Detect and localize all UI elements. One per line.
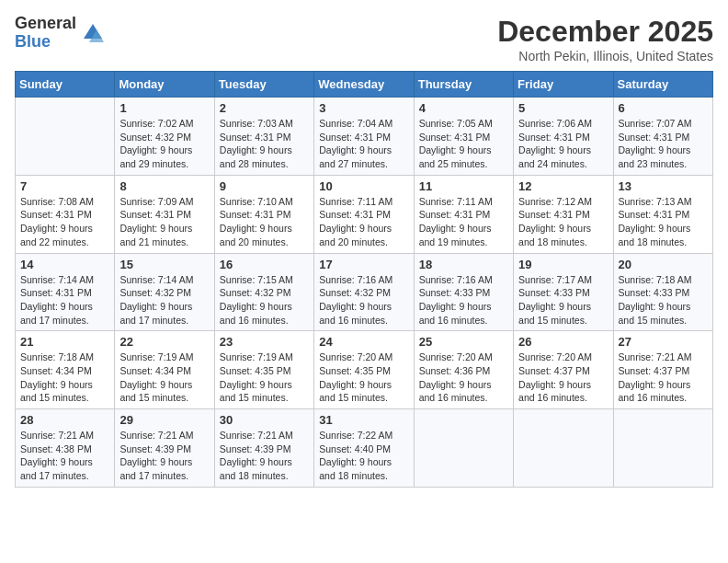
calendar-cell: 12Sunrise: 7:12 AMSunset: 4:31 PMDayligh… [514,175,613,253]
day-number: 30 [220,413,309,427]
day-number: 1 [119,101,209,115]
calendar-cell: 25Sunrise: 7:20 AMSunset: 4:36 PMDayligh… [414,331,513,409]
calendar-cell: 13Sunrise: 7:13 AMSunset: 4:31 PMDayligh… [613,175,712,253]
calendar-cell: 16Sunrise: 7:15 AMSunset: 4:32 PMDayligh… [214,253,313,331]
day-info: Sunrise: 7:12 AMSunset: 4:31 PMDaylight:… [518,195,608,249]
calendar-cell: 2Sunrise: 7:03 AMSunset: 4:31 PMDaylight… [214,98,313,176]
day-info: Sunrise: 7:02 AMSunset: 4:32 PMDaylight:… [119,117,209,171]
weekday-header: Tuesday [214,72,313,98]
logo-icon [80,20,106,46]
weekday-header: Monday [115,72,214,98]
day-info: Sunrise: 7:20 AMSunset: 4:36 PMDaylight:… [419,350,508,405]
day-number: 12 [518,179,608,193]
day-number: 10 [319,179,408,193]
calendar-cell: 22Sunrise: 7:19 AMSunset: 4:34 PMDayligh… [115,331,214,409]
calendar-cell [613,409,712,488]
day-number: 19 [518,258,608,271]
day-info: Sunrise: 7:06 AMSunset: 4:31 PMDaylight:… [518,117,608,171]
calendar-cell: 8Sunrise: 7:09 AMSunset: 4:31 PMDaylight… [115,175,214,253]
calendar-cell: 24Sunrise: 7:20 AMSunset: 4:35 PMDayligh… [314,331,414,409]
calendar-cell: 30Sunrise: 7:21 AMSunset: 4:39 PMDayligh… [214,409,313,488]
day-number: 26 [518,335,608,349]
calendar-table: SundayMondayTuesdayWednesdayThursdayFrid… [15,71,713,488]
calendar-cell [414,409,513,488]
day-info: Sunrise: 7:16 AMSunset: 4:32 PMDaylight:… [319,273,408,327]
day-number: 27 [619,335,708,349]
month-title: December 2025 [497,15,713,49]
location-title: North Pekin, Illinois, United States [497,49,713,63]
day-info: Sunrise: 7:05 AMSunset: 4:31 PMDaylight:… [419,117,508,171]
day-number: 28 [20,413,109,427]
calendar-cell: 11Sunrise: 7:11 AMSunset: 4:31 PMDayligh… [414,175,513,253]
day-number: 29 [119,413,209,427]
calendar-cell: 31Sunrise: 7:22 AMSunset: 4:40 PMDayligh… [314,409,414,488]
day-info: Sunrise: 7:14 AMSunset: 4:32 PMDaylight:… [119,273,209,327]
day-number: 8 [119,179,209,193]
calendar-cell: 5Sunrise: 7:06 AMSunset: 4:31 PMDaylight… [514,98,613,176]
day-number: 21 [20,335,109,349]
day-info: Sunrise: 7:18 AMSunset: 4:33 PMDaylight:… [619,273,708,327]
title-area: December 2025 North Pekin, Illinois, Uni… [497,15,713,63]
day-number: 11 [419,179,508,193]
calendar-week-row: 28Sunrise: 7:21 AMSunset: 4:38 PMDayligh… [16,409,713,488]
day-number: 3 [319,101,408,115]
logo-blue: Blue [15,33,76,52]
calendar-cell: 20Sunrise: 7:18 AMSunset: 4:33 PMDayligh… [613,253,712,331]
calendar-week-row: 7Sunrise: 7:08 AMSunset: 4:31 PMDaylight… [16,175,713,253]
day-number: 2 [220,101,309,115]
calendar-week-row: 21Sunrise: 7:18 AMSunset: 4:34 PMDayligh… [16,331,713,409]
day-number: 16 [220,258,309,271]
day-number: 14 [20,258,109,271]
calendar-cell: 15Sunrise: 7:14 AMSunset: 4:32 PMDayligh… [115,253,214,331]
calendar-cell [514,409,613,488]
calendar-cell: 6Sunrise: 7:07 AMSunset: 4:31 PMDaylight… [613,98,712,176]
day-info: Sunrise: 7:09 AMSunset: 4:31 PMDaylight:… [119,195,209,249]
day-info: Sunrise: 7:19 AMSunset: 4:34 PMDaylight:… [119,350,209,405]
calendar-cell [16,98,115,176]
day-info: Sunrise: 7:22 AMSunset: 4:40 PMDaylight:… [319,429,408,483]
weekday-header: Wednesday [314,72,414,98]
day-info: Sunrise: 7:14 AMSunset: 4:31 PMDaylight:… [20,273,109,327]
day-info: Sunrise: 7:04 AMSunset: 4:31 PMDaylight:… [319,117,408,171]
weekday-header-row: SundayMondayTuesdayWednesdayThursdayFrid… [16,72,713,98]
day-info: Sunrise: 7:13 AMSunset: 4:31 PMDaylight:… [619,195,708,249]
calendar-cell: 9Sunrise: 7:10 AMSunset: 4:31 PMDaylight… [214,175,313,253]
weekday-header: Friday [514,72,613,98]
day-info: Sunrise: 7:08 AMSunset: 4:31 PMDaylight:… [20,195,109,249]
calendar-cell: 1Sunrise: 7:02 AMSunset: 4:32 PMDaylight… [115,98,214,176]
calendar-cell: 28Sunrise: 7:21 AMSunset: 4:38 PMDayligh… [16,409,115,488]
day-number: 24 [319,335,408,349]
calendar-cell: 19Sunrise: 7:17 AMSunset: 4:33 PMDayligh… [514,253,613,331]
weekday-header: Saturday [613,72,712,98]
day-info: Sunrise: 7:07 AMSunset: 4:31 PMDaylight:… [619,117,708,171]
day-number: 15 [119,258,209,271]
calendar-cell: 26Sunrise: 7:20 AMSunset: 4:37 PMDayligh… [514,331,613,409]
calendar-cell: 27Sunrise: 7:21 AMSunset: 4:37 PMDayligh… [613,331,712,409]
logo: General Blue [15,15,106,52]
page-header: General Blue December 2025 North Pekin, … [15,15,713,63]
day-info: Sunrise: 7:11 AMSunset: 4:31 PMDaylight:… [419,195,508,249]
day-number: 6 [619,101,708,115]
weekday-header: Sunday [16,72,115,98]
day-number: 25 [419,335,508,349]
day-number: 23 [220,335,309,349]
day-number: 7 [20,179,109,193]
weekday-header: Thursday [414,72,513,98]
day-info: Sunrise: 7:10 AMSunset: 4:31 PMDaylight:… [220,195,309,249]
calendar-cell: 17Sunrise: 7:16 AMSunset: 4:32 PMDayligh… [314,253,414,331]
day-info: Sunrise: 7:21 AMSunset: 4:39 PMDaylight:… [220,429,309,483]
day-info: Sunrise: 7:17 AMSunset: 4:33 PMDaylight:… [518,273,608,327]
day-number: 20 [619,258,708,271]
calendar-cell: 29Sunrise: 7:21 AMSunset: 4:39 PMDayligh… [115,409,214,488]
calendar-cell: 18Sunrise: 7:16 AMSunset: 4:33 PMDayligh… [414,253,513,331]
calendar-cell: 7Sunrise: 7:08 AMSunset: 4:31 PMDaylight… [16,175,115,253]
day-info: Sunrise: 7:21 AMSunset: 4:39 PMDaylight:… [119,429,209,483]
day-info: Sunrise: 7:20 AMSunset: 4:37 PMDaylight:… [518,350,608,405]
day-info: Sunrise: 7:16 AMSunset: 4:33 PMDaylight:… [419,273,508,327]
day-number: 31 [319,413,408,427]
day-number: 5 [518,101,608,115]
logo-general: General [15,15,76,33]
day-number: 18 [419,258,508,271]
day-info: Sunrise: 7:11 AMSunset: 4:31 PMDaylight:… [319,195,408,249]
calendar-cell: 4Sunrise: 7:05 AMSunset: 4:31 PMDaylight… [414,98,513,176]
